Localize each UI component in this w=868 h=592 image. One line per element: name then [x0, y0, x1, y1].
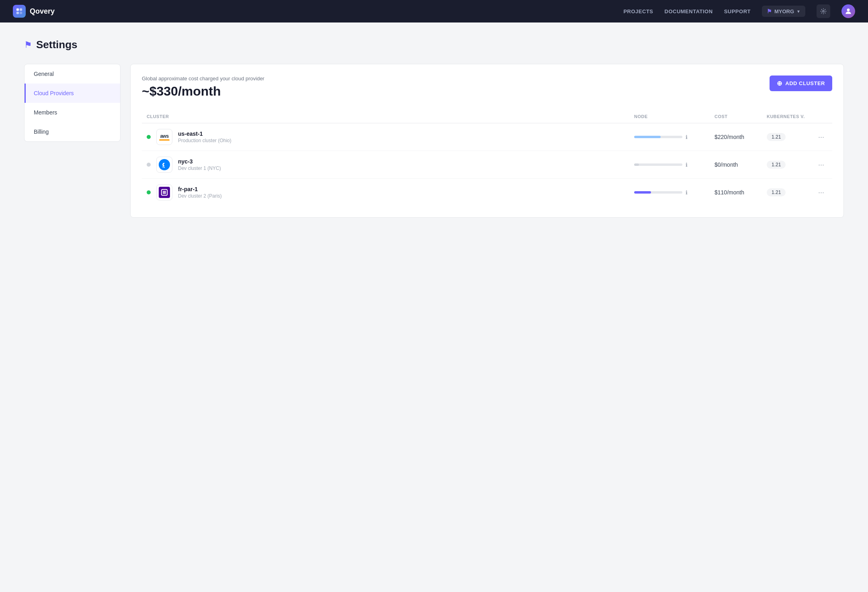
col-header-cluster: CLUSTER	[142, 110, 629, 123]
info-icon[interactable]: ℹ	[686, 162, 688, 168]
more-options-button[interactable]: ···	[815, 187, 827, 198]
sidebar-item-members[interactable]: Members	[25, 103, 120, 122]
node-bar-fill	[634, 163, 639, 166]
navbar-right: PROJECTS DOCUMENTATION SUPPORT ⚑ MYORG ▼	[623, 4, 855, 18]
navbar-left: Qovery	[13, 5, 55, 18]
svg-rect-11	[163, 191, 166, 194]
cost-header: Global approximate cost charged your clo…	[142, 76, 832, 99]
cost-cell-nyc-3: $0/month	[710, 151, 762, 179]
cluster-desc: Dev cluster 2 (Paris)	[178, 193, 222, 199]
k8s-cell-fr-par-1: 1.21	[762, 179, 810, 206]
node-bar-fill	[634, 136, 661, 138]
svg-point-5	[847, 8, 850, 11]
main-content: Global approximate cost charged your clo…	[130, 64, 844, 218]
node-cell-nyc-3: ℹ	[629, 151, 710, 179]
actions-cell-fr-par-1: ···	[810, 179, 832, 206]
scaleway-logo-box	[156, 184, 172, 200]
k8s-cell-nyc-3: 1.21	[762, 151, 810, 179]
sidebar-item-general[interactable]: General	[25, 64, 120, 84]
k8s-cell-us-east-1: 1.21	[762, 123, 810, 151]
cluster-desc: Production cluster (Ohio)	[178, 138, 231, 143]
k8s-badge: 1.21	[767, 188, 786, 196]
info-icon[interactable]: ℹ	[686, 190, 688, 196]
svg-rect-8	[164, 167, 165, 168]
table-body: aws us-east-1 Production cluster (Ohio)	[142, 123, 832, 206]
svg-rect-0	[16, 8, 19, 11]
cost-label: Global approximate cost charged your clo…	[142, 76, 264, 82]
navbar: Qovery PROJECTS DOCUMENTATION SUPPORT ⚑ …	[0, 0, 868, 22]
cluster-name: fr-par-1	[178, 186, 222, 192]
k8s-badge: 1.21	[767, 133, 786, 141]
chevron-down-icon: ▼	[796, 9, 800, 14]
status-dot-active	[147, 135, 151, 139]
settings-icon: ⚑	[24, 40, 32, 50]
content-layout: General Cloud Providers Members Billing …	[24, 64, 844, 218]
k8s-badge: 1.21	[767, 161, 786, 169]
cluster-info: nyc-3 Dev cluster 1 (NYC)	[178, 158, 221, 171]
page-content: ⚑ Settings General Cloud Providers Membe…	[0, 22, 868, 234]
cost-cell-us-east-1: $220/month	[710, 123, 762, 151]
sidebar-item-billing[interactable]: Billing	[25, 122, 120, 141]
svg-rect-3	[20, 12, 22, 14]
table-row: nyc-3 Dev cluster 1 (NYC) ℹ	[142, 151, 832, 179]
cost-info: Global approximate cost charged your clo…	[142, 76, 264, 99]
table-row: aws us-east-1 Production cluster (Ohio)	[142, 123, 832, 151]
brand-name: Qovery	[30, 7, 55, 16]
sidebar-item-cloud-providers[interactable]: Cloud Providers	[25, 84, 120, 103]
cluster-desc: Dev cluster 1 (NYC)	[178, 165, 221, 171]
user-avatar[interactable]	[841, 4, 855, 18]
actions-cell-nyc-3: ···	[810, 151, 832, 179]
more-options-button[interactable]: ···	[815, 131, 827, 143]
do-logo-box	[156, 157, 172, 173]
cluster-cell-fr-par-1: fr-par-1 Dev cluster 2 (Paris)	[142, 179, 629, 206]
col-header-k8s: KUBERNETES V.	[762, 110, 810, 123]
cost-cell-fr-par-1: $110/month	[710, 179, 762, 206]
page-title: Settings	[36, 39, 78, 51]
aws-logo-box: aws	[156, 129, 172, 145]
org-name: MYORG	[774, 8, 794, 14]
page-title-row: ⚑ Settings	[24, 39, 844, 51]
table-header: CLUSTER NODE COST KUBERNETES V.	[142, 110, 832, 123]
settings-gear-button[interactable]	[817, 4, 830, 18]
status-dot-active	[147, 190, 151, 194]
node-bar-track	[634, 136, 682, 138]
svg-rect-7	[162, 167, 164, 167]
svg-rect-2	[16, 12, 19, 14]
node-cell-us-east-1: ℹ	[629, 123, 710, 151]
col-header-node: NODE	[629, 110, 710, 123]
status-dot-inactive	[147, 163, 151, 167]
cluster-table: CLUSTER NODE COST KUBERNETES V.	[142, 110, 832, 206]
cost-value: ~$330/month	[142, 84, 264, 99]
col-header-cost: COST	[710, 110, 762, 123]
plus-icon: ⊕	[777, 80, 782, 87]
org-flag-icon: ⚑	[767, 8, 772, 14]
org-selector[interactable]: ⚑ MYORG ▼	[762, 6, 805, 17]
add-cluster-label: ADD CLUSTER	[785, 80, 825, 86]
node-bar-track	[634, 191, 682, 194]
nav-documentation[interactable]: DOCUMENTATION	[665, 8, 713, 14]
info-icon[interactable]: ℹ	[686, 134, 688, 140]
cluster-info: fr-par-1 Dev cluster 2 (Paris)	[178, 186, 222, 199]
cluster-name: us-east-1	[178, 131, 231, 137]
col-header-actions	[810, 110, 832, 123]
actions-cell-us-east-1: ···	[810, 123, 832, 151]
svg-rect-1	[20, 8, 22, 11]
svg-point-4	[823, 10, 824, 12]
cluster-cell-us-east-1: aws us-east-1 Production cluster (Ohio)	[142, 123, 629, 151]
settings-sidebar: General Cloud Providers Members Billing	[24, 64, 121, 142]
table-row: fr-par-1 Dev cluster 2 (Paris) ℹ	[142, 179, 832, 206]
nav-support[interactable]: SUPPORT	[724, 8, 751, 14]
node-bar-fill	[634, 191, 651, 194]
qovery-logo-icon	[13, 5, 26, 18]
nav-projects[interactable]: PROJECTS	[623, 8, 653, 14]
more-options-button[interactable]: ···	[815, 159, 827, 171]
cluster-cell-nyc-3: nyc-3 Dev cluster 1 (NYC)	[142, 151, 629, 179]
node-cell-fr-par-1: ℹ	[629, 179, 710, 206]
add-cluster-button[interactable]: ⊕ ADD CLUSTER	[770, 76, 832, 91]
cluster-info: us-east-1 Production cluster (Ohio)	[178, 131, 231, 143]
cluster-name: nyc-3	[178, 158, 221, 165]
node-bar-track	[634, 163, 682, 166]
